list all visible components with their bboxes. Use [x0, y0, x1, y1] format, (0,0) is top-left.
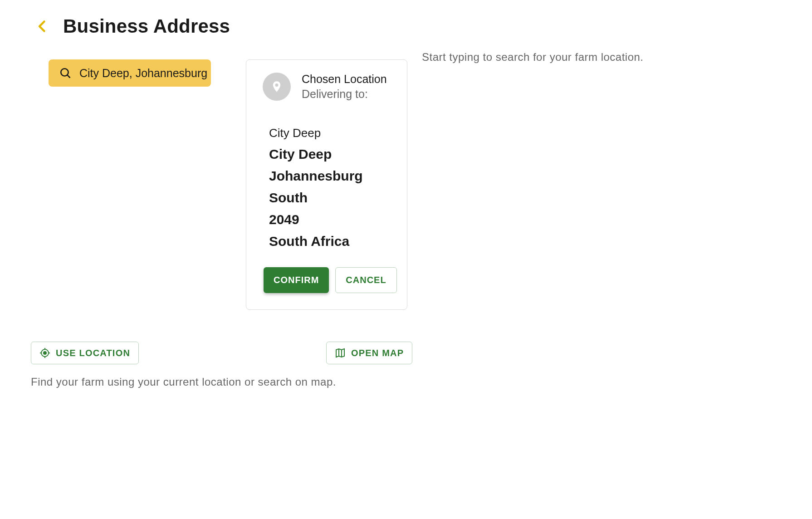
card-heading: Chosen Location — [302, 73, 387, 86]
address-line: Johannesburg — [269, 168, 391, 184]
address-line: City Deep — [269, 126, 391, 140]
search-pill[interactable] — [49, 59, 211, 87]
card-subheading: Delivering to: — [302, 88, 387, 101]
use-location-label: USE LOCATION — [56, 348, 130, 358]
search-icon — [59, 67, 71, 79]
address-line: South Africa — [269, 234, 391, 249]
chosen-location-card: Chosen Location Delivering to: City Deep… — [246, 59, 407, 310]
hint-text: Start typing to search for your farm loc… — [422, 51, 644, 64]
open-map-label: OPEN MAP — [351, 348, 404, 358]
use-location-button[interactable]: USE LOCATION — [31, 342, 139, 364]
search-input[interactable] — [79, 67, 223, 80]
back-chevron-icon[interactable] — [34, 18, 50, 34]
address-line: 2049 — [269, 212, 391, 227]
map-icon — [335, 348, 346, 358]
address-block: City Deep City Deep Johannesburg South 2… — [269, 126, 391, 249]
cancel-button[interactable]: CANCEL — [335, 267, 396, 293]
address-line: South — [269, 190, 391, 206]
open-map-button[interactable]: OPEN MAP — [326, 342, 412, 364]
svg-point-3 — [44, 352, 46, 354]
footer-text: Find your farm using your current locati… — [31, 376, 336, 388]
confirm-button[interactable]: CONFIRM — [264, 267, 329, 293]
pin-icon — [263, 73, 291, 101]
address-line: City Deep — [269, 147, 391, 162]
locate-icon — [39, 348, 50, 358]
svg-line-1 — [67, 75, 69, 77]
page-title: Business Address — [63, 15, 230, 37]
